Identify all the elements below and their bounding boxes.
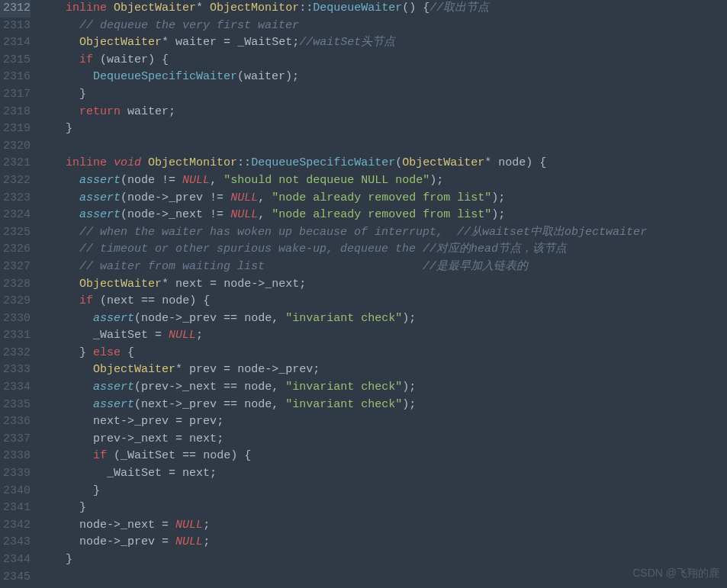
code-line[interactable]: }: [52, 483, 647, 500]
code-line[interactable]: next->_prev = prev;: [52, 413, 647, 431]
line-number: 2345: [0, 569, 31, 586]
code-line[interactable]: }: [52, 120, 647, 138]
code-line[interactable]: [52, 138, 647, 156]
line-number: 2317: [0, 86, 31, 104]
line-number: 2339: [0, 465, 31, 483]
code-line[interactable]: ObjectWaiter* next = node->_next;: [52, 276, 647, 294]
line-number: 2313: [0, 18, 31, 35]
line-number: 2314: [0, 34, 31, 52]
code-line[interactable]: assert(node != NULL, "should not dequeue…: [52, 172, 647, 190]
code-line[interactable]: // timeout or other spurious wake-up, de…: [52, 241, 647, 259]
line-number: 2338: [0, 448, 31, 465]
code-line[interactable]: _WaitSet = next;: [52, 465, 647, 483]
line-number: 2333: [0, 361, 31, 379]
line-number: 2329: [0, 293, 31, 310]
line-number: 2320: [0, 138, 31, 156]
code-line[interactable]: } else {: [52, 345, 647, 362]
code-line[interactable]: node->_next = NULL;: [52, 517, 647, 535]
line-number: 2321: [0, 155, 31, 172]
code-line[interactable]: node->_prev = NULL;: [52, 534, 647, 551]
code-line[interactable]: assert(next->_prev == node, "invariant c…: [52, 397, 647, 414]
code-line[interactable]: }: [52, 86, 647, 104]
line-number: 2324: [0, 207, 31, 224]
line-number: 2315: [0, 52, 31, 69]
line-number: 2335: [0, 397, 31, 414]
code-line[interactable]: }: [52, 500, 647, 517]
code-line[interactable]: // dequeue the very first waiter: [52, 18, 647, 35]
line-number: 2328: [0, 276, 31, 294]
line-number: 2326: [0, 241, 31, 259]
code-line[interactable]: inline void ObjectMonitor::DequeueSpecif…: [52, 155, 647, 172]
line-number: 2332: [0, 345, 31, 362]
line-number: 2337: [0, 431, 31, 448]
line-number: 2316: [0, 69, 31, 86]
code-line[interactable]: // when the waiter has woken up because …: [52, 224, 647, 242]
code-line[interactable]: DequeueSpecificWaiter(waiter);: [52, 69, 647, 86]
code-line[interactable]: if (waiter) {: [52, 52, 647, 69]
line-number: 2323: [0, 190, 31, 207]
code-line[interactable]: [52, 569, 647, 586]
line-number: 2312: [0, 0, 31, 18]
code-line[interactable]: _WaitSet = NULL;: [52, 327, 647, 345]
code-area[interactable]: inline ObjectWaiter* ObjectMonitor::Dequ…: [37, 0, 647, 586]
code-line[interactable]: inline ObjectWaiter* ObjectMonitor::Dequ…: [52, 0, 647, 18]
line-number: 2344: [0, 551, 31, 569]
code-line[interactable]: ObjectWaiter* waiter = _WaitSet;//waitSe…: [52, 34, 647, 52]
code-editor[interactable]: 2312231323142315231623172318231923202321…: [0, 0, 727, 586]
line-number: 2340: [0, 483, 31, 500]
code-line[interactable]: assert(prev->_next == node, "invariant c…: [52, 379, 647, 397]
line-number-gutter: 2312231323142315231623172318231923202321…: [0, 0, 37, 586]
code-line[interactable]: if (next == node) {: [52, 293, 647, 310]
line-number: 2341: [0, 500, 31, 517]
line-number: 2331: [0, 327, 31, 345]
code-line[interactable]: // waiter from waiting list //是最早加入链表的: [52, 259, 647, 276]
code-line[interactable]: }: [52, 551, 647, 569]
line-number: 2327: [0, 259, 31, 276]
code-line[interactable]: ObjectWaiter* prev = node->_prev;: [52, 361, 647, 379]
code-line[interactable]: assert(node->_prev != NULL, "node alread…: [52, 190, 647, 207]
line-number: 2342: [0, 517, 31, 535]
line-number: 2325: [0, 224, 31, 242]
code-line[interactable]: if (_WaitSet == node) {: [52, 448, 647, 465]
line-number: 2318: [0, 104, 31, 121]
line-number: 2334: [0, 379, 31, 397]
watermark-text: CSDN @飞翔的鹿: [632, 564, 719, 582]
code-line[interactable]: return waiter;: [52, 104, 647, 121]
line-number: 2319: [0, 120, 31, 138]
line-number: 2343: [0, 534, 31, 551]
line-number: 2322: [0, 172, 31, 190]
code-line[interactable]: prev->_next = next;: [52, 431, 647, 448]
line-number: 2330: [0, 310, 31, 328]
code-line[interactable]: assert(node->_next != NULL, "node alread…: [52, 207, 647, 224]
line-number: 2336: [0, 413, 31, 431]
code-line[interactable]: assert(node->_prev == node, "invariant c…: [52, 310, 647, 328]
